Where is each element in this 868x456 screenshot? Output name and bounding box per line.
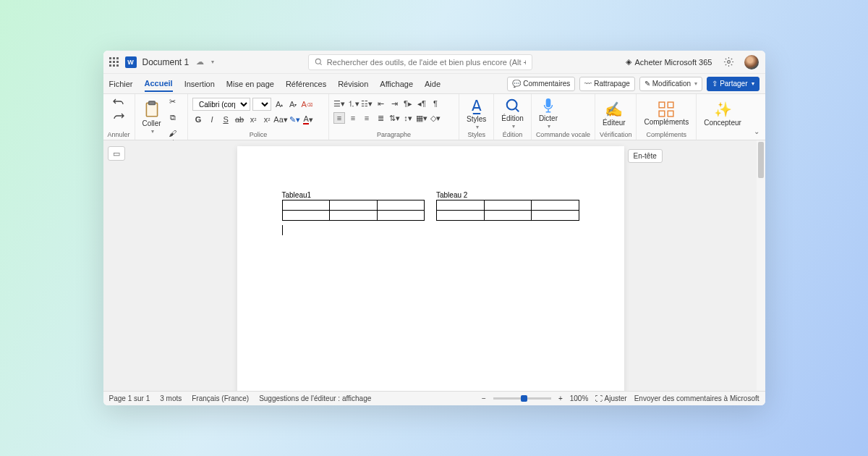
share-button[interactable]: ⇧Partager▾ xyxy=(707,77,759,91)
rtl-icon[interactable]: ◂¶ xyxy=(416,98,427,109)
microphone-icon xyxy=(541,98,556,114)
editor-button[interactable]: ✍ Éditeur xyxy=(600,101,629,127)
svg-point-2 xyxy=(728,61,731,64)
tab-mise-en-page[interactable]: Mise en page xyxy=(226,77,274,91)
view-mode-switch[interactable]: ▭ xyxy=(108,146,125,161)
grow-font-icon[interactable]: A▴ xyxy=(273,98,285,110)
table2-title[interactable]: Tableau 2 xyxy=(436,191,579,199)
document-title[interactable]: Document 1 xyxy=(142,57,190,67)
user-avatar[interactable] xyxy=(744,55,759,69)
strikethrough-icon[interactable]: ab xyxy=(234,114,245,125)
document-page[interactable]: Tableau1 Tableau 2 xyxy=(237,146,624,391)
tab-affichage[interactable]: Affichage xyxy=(380,77,413,91)
undo-icon[interactable] xyxy=(112,96,125,109)
ribbon-group-designer: ✨ Concepteur xyxy=(697,94,749,140)
italic-icon[interactable]: I xyxy=(206,114,218,125)
bold-icon[interactable]: G xyxy=(192,114,204,125)
svg-line-6 xyxy=(516,109,519,111)
line-spacing-icon[interactable]: ⇅▾ xyxy=(388,112,400,124)
document-area: ▭ Tableau1 Tableau 2 xyxy=(103,140,765,391)
font-size-select[interactable]: 11 xyxy=(252,98,271,111)
app-launcher-icon[interactable] xyxy=(109,57,119,67)
borders-icon[interactable]: ▦▾ xyxy=(416,112,427,124)
sort-icon[interactable]: ↕▾ xyxy=(402,112,414,124)
editor-suggestions[interactable]: Suggestions de l'éditeur : affichage xyxy=(259,394,371,402)
multilevel-icon[interactable]: ☷▾ xyxy=(361,98,373,109)
table1-title[interactable]: Tableau1 xyxy=(282,191,425,199)
wand-icon: ✨ xyxy=(714,101,732,118)
addins-grid-icon xyxy=(658,101,674,117)
cut-icon[interactable]: ✂ xyxy=(167,96,179,107)
table-2[interactable] xyxy=(436,200,579,221)
underline-icon[interactable]: S xyxy=(220,114,231,125)
chevron-down-icon: ▾ xyxy=(476,124,479,130)
vertical-scrollbar[interactable] xyxy=(757,140,765,391)
svg-point-0 xyxy=(315,59,320,64)
table-1[interactable] xyxy=(282,200,425,221)
ribbon-group-addins: Compléments Compléments xyxy=(637,94,697,140)
search-input[interactable] xyxy=(327,58,526,67)
align-center-icon[interactable]: ≡ xyxy=(347,112,359,124)
tab-insertion[interactable]: Insertion xyxy=(184,77,215,91)
superscript-icon[interactable]: x2 xyxy=(261,114,273,125)
ribbon-group-font: Calibri (corps) 11 A▴ A▾ A⌫ G I S ab x2 … xyxy=(188,94,329,140)
shrink-font-icon[interactable]: A▾ xyxy=(287,98,299,110)
tab-aide[interactable]: Aide xyxy=(425,77,441,91)
tab-fichier[interactable]: Fichier xyxy=(109,77,133,91)
settings-gear-icon[interactable] xyxy=(723,56,734,67)
header-tooltip[interactable]: En-tête xyxy=(628,149,663,163)
word-count[interactable]: 3 mots xyxy=(160,394,182,402)
paste-button[interactable]: Coller ▾ xyxy=(140,100,164,135)
catchup-icon: 〰 xyxy=(584,80,592,88)
align-left-icon[interactable]: ≡ xyxy=(333,112,345,124)
numbering-icon[interactable]: ⒈▾ xyxy=(347,98,359,109)
fit-button[interactable]: ⛶ Ajuster xyxy=(595,394,626,402)
addins-button[interactable]: Compléments xyxy=(641,101,692,126)
shading-icon[interactable]: ◇▾ xyxy=(430,112,441,124)
comments-button[interactable]: 💬Commentaires xyxy=(507,77,575,91)
collapse-ribbon-icon[interactable]: ⌄ xyxy=(754,127,760,135)
redo-icon[interactable] xyxy=(112,110,125,123)
copy-icon[interactable]: ⧉ xyxy=(167,111,179,123)
tab-revision[interactable]: Révision xyxy=(338,77,368,91)
zoom-in-icon[interactable]: + xyxy=(558,394,563,402)
titlebar: W Document 1 ☁ ▾ ◈ Acheter Microsoft 365 xyxy=(103,51,765,74)
tab-references[interactable]: Références xyxy=(286,77,326,91)
feedback-link[interactable]: Envoyer des commentaires à Microsoft xyxy=(634,394,760,402)
buy-m365-button[interactable]: ◈ Acheter Microsoft 365 xyxy=(626,57,712,67)
editing-mode-button[interactable]: ✎Modification▾ xyxy=(639,77,702,91)
page-counter[interactable]: Page 1 sur 1 xyxy=(109,394,150,402)
tab-accueil[interactable]: Accueil xyxy=(145,76,173,92)
catchup-button[interactable]: 〰Rattrapage xyxy=(579,77,634,91)
designer-button[interactable]: ✨ Concepteur xyxy=(701,101,744,127)
highlight-icon[interactable]: ✎▾ xyxy=(289,114,300,125)
zoom-out-icon[interactable]: − xyxy=(482,394,486,402)
decrease-indent-icon[interactable]: ⇤ xyxy=(375,98,386,109)
align-right-icon[interactable]: ≡ xyxy=(361,112,373,124)
chevron-down-icon[interactable]: ▾ xyxy=(211,59,214,65)
subscript-icon[interactable]: x2 xyxy=(247,114,259,125)
zoom-level[interactable]: 100% xyxy=(570,394,589,402)
clear-format-icon[interactable]: A⌫ xyxy=(301,98,312,110)
chevron-down-icon: ▾ xyxy=(151,128,154,135)
show-marks-icon[interactable]: ¶ xyxy=(430,98,441,109)
increase-indent-icon[interactable]: ⇥ xyxy=(388,98,400,109)
justify-icon[interactable]: ≣ xyxy=(375,112,386,124)
search-box[interactable] xyxy=(308,54,532,70)
editing-button[interactable]: Édition ▾ xyxy=(498,98,527,130)
language-status[interactable]: Français (France) xyxy=(192,394,249,402)
ltr-icon[interactable]: ¶▸ xyxy=(402,98,414,109)
scroll-thumb[interactable] xyxy=(758,142,764,178)
pencil-icon: ✎ xyxy=(644,80,650,88)
format-painter-icon[interactable]: 🖌 xyxy=(167,127,179,139)
find-icon xyxy=(505,98,521,114)
font-color-icon[interactable]: A▾ xyxy=(302,114,314,125)
svg-rect-8 xyxy=(659,102,665,108)
chevron-down-icon: ▾ xyxy=(694,80,697,87)
zoom-slider[interactable] xyxy=(493,397,551,400)
dictate-button[interactable]: Dicter ▾ xyxy=(536,98,561,130)
bullets-icon[interactable]: ☰▾ xyxy=(333,98,345,109)
change-case-icon[interactable]: Aa▾ xyxy=(275,114,286,125)
font-name-select[interactable]: Calibri (corps) xyxy=(192,98,250,111)
styles-button[interactable]: A̲ Styles ▾ xyxy=(464,97,489,130)
